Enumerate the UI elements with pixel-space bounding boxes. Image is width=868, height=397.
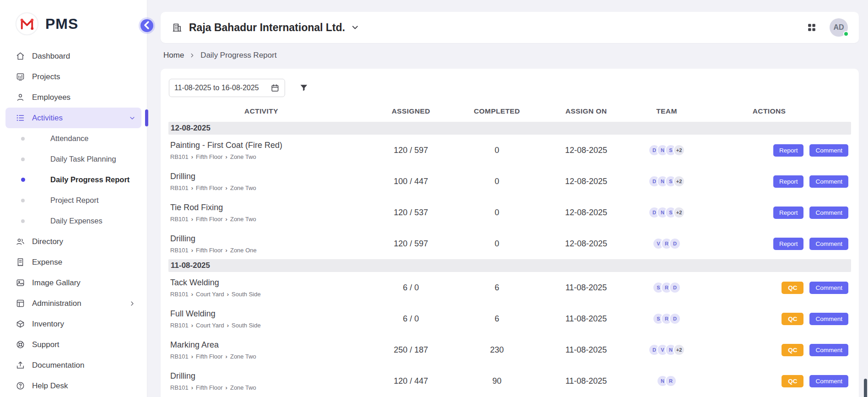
qc-button[interactable]: QC — [782, 313, 803, 325]
comment-button[interactable]: Comment — [809, 375, 848, 387]
projects-icon — [16, 72, 25, 82]
chevron-right-icon: › — [191, 153, 193, 160]
sidebar-item-projects[interactable]: Projects — [5, 66, 141, 87]
report-button[interactable]: Report — [773, 175, 804, 188]
sidebar-item-dashboard[interactable]: Dashboard — [5, 46, 141, 66]
path-segment: RB101 — [170, 153, 189, 160]
bullet-icon — [21, 199, 25, 202]
date-group-header: 11-08-2025 — [168, 259, 851, 272]
sidebar-subitem-daily-progress-report[interactable]: Daily Progress Report — [0, 169, 147, 190]
administration-icon — [16, 299, 25, 308]
activity-title: Drilling — [170, 371, 354, 381]
filter-button[interactable] — [299, 83, 309, 93]
chevron-right-icon: › — [191, 384, 193, 391]
team-cell: DNS+2 — [646, 207, 687, 218]
path-segment: Zone Two — [230, 216, 256, 223]
sidebar-item-support[interactable]: Support — [5, 334, 141, 355]
online-status-dot — [843, 31, 849, 37]
sidebar-subitem-daily-expenses[interactable]: Daily Expenses — [0, 211, 147, 231]
assigned-value: 6 / 0 — [354, 314, 468, 324]
comment-button[interactable]: Comment — [809, 282, 848, 294]
sidebar-subitem-attendance[interactable]: Attendance — [0, 128, 147, 149]
date-range-input[interactable] — [169, 79, 285, 97]
directory-icon — [16, 237, 25, 246]
assigned-value: 250 / 187 — [354, 345, 468, 355]
chevron-right-icon: › — [226, 153, 227, 160]
sidebar-item-expense[interactable]: Expense — [5, 252, 141, 272]
sidebar-item-image-gallary[interactable]: Image Gallary — [5, 272, 141, 293]
breadcrumb-home[interactable]: Home — [163, 51, 184, 60]
sidebar-item-activities[interactable]: Activities — [5, 108, 141, 128]
sidebar-item-help-desk[interactable]: Help Desk — [5, 375, 141, 396]
assign-on-value: 12-08-2025 — [526, 146, 646, 155]
actions-cell: ReportComment — [687, 144, 851, 157]
scrollbar-thumb[interactable] — [864, 379, 867, 397]
activity-path: RB101›Fifth Floor›Zone One — [170, 247, 354, 254]
path-segment: Fifth Floor — [196, 153, 223, 160]
activity-table-body: 12-08-2025 Painting - First Coat (Fire R… — [168, 122, 851, 397]
team-avatar: D — [669, 313, 681, 325]
comment-button[interactable]: Comment — [809, 144, 848, 157]
sidebar-item-label: Directory — [32, 237, 63, 246]
activity-title: Painting - First Coat (Fire Red) — [170, 141, 354, 150]
comment-button[interactable]: Comment — [809, 238, 848, 250]
path-segment: Court Yard — [196, 322, 224, 329]
calendar-icon — [270, 83, 280, 92]
chevron-right-icon: › — [226, 353, 227, 360]
activities-icon — [16, 113, 25, 123]
sidebar-item-employees[interactable]: Employees — [5, 87, 141, 108]
sidebar-item-administration[interactable]: Administration — [5, 293, 141, 314]
report-button[interactable]: Report — [773, 144, 804, 157]
logo-text: PMS — [45, 16, 78, 33]
company-selector[interactable]: Raja Bahadur International Ltd. — [172, 22, 360, 34]
sidebar-item-documentation[interactable]: Documentation — [5, 355, 141, 375]
sidebar-collapse-button[interactable] — [140, 19, 153, 32]
activity-cell: Painting - First Coat (Fire Red) RB101›F… — [168, 141, 354, 160]
comment-button[interactable]: Comment — [809, 313, 848, 325]
chevron-right-icon — [129, 300, 136, 307]
activity-title: Tie Rod Fixing — [170, 203, 354, 212]
qc-button[interactable]: QC — [782, 375, 803, 387]
bullet-icon — [21, 219, 25, 223]
qc-button[interactable]: QC — [782, 344, 803, 356]
comment-button[interactable]: Comment — [809, 344, 848, 356]
team-avatar: +2 — [673, 175, 685, 187]
sidebar-item-label: Support — [32, 340, 59, 349]
completed-value: 90 — [468, 376, 526, 386]
comment-button[interactable]: Comment — [809, 207, 848, 219]
company-name: Raja Bahadur International Ltd. — [189, 22, 345, 34]
report-button[interactable]: Report — [773, 238, 804, 250]
chevron-right-icon: › — [227, 291, 229, 298]
team-avatar: +2 — [673, 344, 685, 356]
sidebar-subitem-project-report[interactable]: Project Report — [0, 190, 147, 211]
sidebar-subitem-daily-task-planning[interactable]: Daily Task Planning — [0, 149, 147, 169]
group-date: 12-08-2025 — [171, 124, 210, 133]
chevron-left-icon — [140, 19, 153, 33]
comment-button[interactable]: Comment — [809, 175, 848, 188]
breadcrumb: Home Daily Progress Report — [163, 51, 859, 60]
sidebar-subitem-label: Project Report — [50, 196, 98, 205]
report-button[interactable]: Report — [773, 207, 804, 219]
chevron-right-icon: › — [191, 322, 193, 329]
column-header-assigned: ASSIGNED — [354, 107, 468, 115]
path-segment: Zone Two — [230, 185, 256, 191]
chevron-right-icon: › — [191, 247, 193, 254]
qc-button[interactable]: QC — [782, 282, 803, 294]
sidebar-item-inventory[interactable]: Inventory — [5, 314, 141, 334]
bullet-icon — [21, 158, 25, 161]
activity-cell: Drilling RB101›Fifth Floor›Zone Two — [168, 172, 354, 191]
logo: PMS — [0, 0, 147, 46]
activity-cell: Full Welding RB101›Court Yard›South Side — [168, 309, 354, 329]
path-segment: Fifth Floor — [196, 353, 223, 360]
sidebar-item-directory[interactable]: Directory — [5, 231, 141, 252]
activity-title: Full Welding — [170, 309, 354, 319]
team-cell: DNS+2 — [646, 144, 687, 156]
assigned-value: 100 / 447 — [354, 177, 468, 186]
column-header-completed: COMPLETED — [468, 107, 526, 115]
chevron-right-icon: › — [227, 322, 229, 329]
activity-row: Drilling RB101›Fifth Floor›Zone Two 100 … — [168, 166, 851, 197]
date-range-value[interactable] — [174, 84, 270, 92]
path-segment: RB101 — [170, 216, 189, 223]
avatar[interactable]: AD — [830, 18, 848, 37]
apps-grid-button[interactable] — [807, 22, 817, 33]
